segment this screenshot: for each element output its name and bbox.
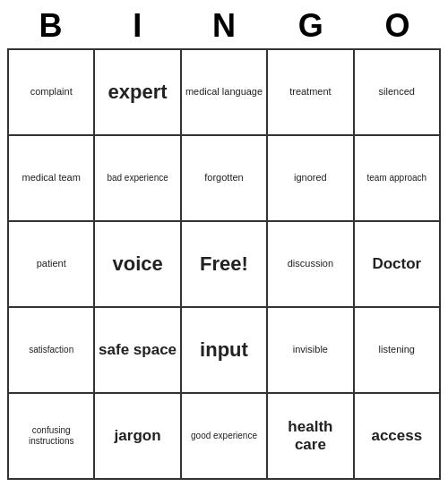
bingo-cell[interactable]: team approach: [355, 136, 441, 222]
bingo-cell[interactable]: medical team: [9, 136, 95, 222]
cell-label: input: [200, 338, 248, 362]
bingo-cell[interactable]: silenced: [355, 50, 441, 136]
bingo-cell[interactable]: input: [182, 308, 268, 394]
cell-label: listening: [379, 344, 415, 355]
bingo-grid: complaintexpertmedical languagetreatment…: [7, 48, 441, 480]
bingo-cell[interactable]: expert: [95, 50, 181, 136]
bingo-cell[interactable]: invisible: [268, 308, 354, 394]
cell-label: good experience: [191, 431, 257, 441]
cell-label: Free!: [200, 252, 248, 276]
bingo-cell[interactable]: bad experience: [95, 136, 181, 222]
cell-label: medical team: [22, 172, 80, 184]
bingo-cell[interactable]: medical language: [182, 50, 268, 136]
cell-label: bad experience: [107, 173, 168, 184]
bingo-letter: N: [181, 7, 268, 45]
cell-label: confusing instructions: [12, 425, 90, 447]
bingo-letter: G: [267, 7, 354, 45]
cell-label: patient: [37, 258, 66, 269]
bingo-cell[interactable]: forgotten: [182, 136, 268, 222]
cell-label: treatment: [289, 86, 331, 98]
bingo-cell[interactable]: treatment: [268, 50, 354, 136]
cell-label: discussion: [288, 258, 333, 269]
cell-label: expert: [108, 81, 168, 104]
cell-label: silenced: [379, 86, 415, 98]
cell-label: jargon: [115, 427, 161, 445]
cell-label: invisible: [293, 344, 328, 355]
bingo-cell[interactable]: listening: [355, 308, 441, 394]
cell-label: voice: [112, 252, 162, 276]
bingo-letter: O: [354, 7, 441, 45]
bingo-cell[interactable]: patient: [9, 222, 95, 308]
cell-label: complaint: [30, 86, 73, 98]
cell-label: medical language: [185, 86, 263, 98]
cell-label: ignored: [294, 172, 327, 184]
bingo-letter: I: [94, 7, 181, 45]
bingo-cell[interactable]: health care: [268, 394, 354, 480]
bingo-cell[interactable]: access: [355, 394, 441, 480]
cell-label: Doctor: [372, 255, 421, 273]
cell-label: health care: [271, 418, 349, 455]
cell-label: safe space: [99, 341, 177, 359]
bingo-cell[interactable]: voice: [95, 222, 181, 308]
bingo-header: BINGO: [7, 7, 441, 45]
bingo-cell[interactable]: Doctor: [355, 222, 441, 308]
bingo-letter: B: [7, 7, 94, 45]
cell-label: team approach: [366, 173, 426, 184]
cell-label: satisfaction: [29, 345, 73, 355]
bingo-cell[interactable]: ignored: [268, 136, 354, 222]
bingo-cell[interactable]: jargon: [95, 394, 181, 480]
bingo-cell[interactable]: good experience: [182, 394, 268, 480]
bingo-cell[interactable]: confusing instructions: [9, 394, 95, 480]
bingo-cell[interactable]: safe space: [95, 308, 181, 394]
bingo-cell[interactable]: satisfaction: [9, 308, 95, 394]
bingo-cell[interactable]: complaint: [9, 50, 95, 136]
cell-label: forgotten: [204, 172, 243, 184]
bingo-cell[interactable]: discussion: [268, 222, 354, 308]
cell-label: access: [371, 427, 422, 445]
bingo-cell[interactable]: Free!: [182, 222, 268, 308]
